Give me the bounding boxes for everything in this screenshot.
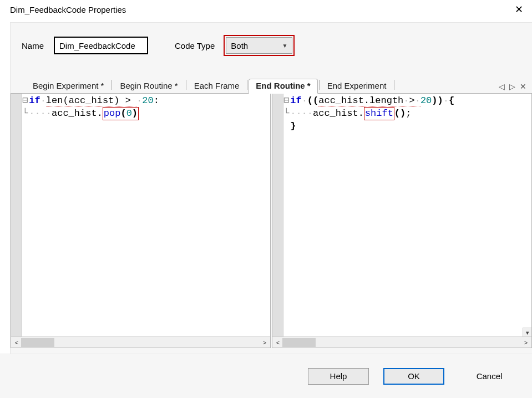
name-input[interactable]	[54, 37, 148, 54]
js-gutter	[272, 94, 283, 336]
scroll-left-icon[interactable]: <	[12, 339, 21, 346]
js-scroll-down-icon[interactable]: ▾	[523, 328, 531, 336]
help-button[interactable]: Help	[308, 368, 369, 385]
scroll-right-icon[interactable]: >	[521, 339, 530, 346]
python-gutter	[11, 94, 22, 336]
tab-next-icon[interactable]: ▷	[509, 82, 515, 91]
tab-nav-controls: ◁ ▷ ✕	[499, 82, 526, 91]
scroll-right-icon[interactable]: >	[260, 339, 269, 346]
codetype-highlight-box: Both ▼	[224, 35, 295, 56]
python-hscrollbar[interactable]: < >	[11, 336, 270, 348]
tab-close-icon[interactable]: ✕	[520, 82, 526, 91]
tab-separator	[319, 80, 320, 90]
codetype-label: Code Type	[175, 41, 215, 50]
scroll-left-icon[interactable]: <	[273, 339, 282, 346]
tab-row: Begin Experiment * Begin Routine * Each …	[11, 78, 532, 94]
code-area: ⊟if·len(acc_hist) > ·20: └····acc_hist.p…	[11, 94, 532, 348]
scroll-track[interactable]	[21, 338, 260, 347]
tab-separator	[247, 80, 247, 90]
codetype-wrap: Code Type Both ▼	[175, 35, 295, 56]
tab-begin-experiment[interactable]: Begin Experiment *	[26, 79, 110, 93]
python-code-pane: ⊟if·len(acc_hist) > ·20: └····acc_hist.p…	[11, 94, 271, 348]
codetype-value: Both	[231, 41, 248, 50]
dialog-footer: Help OK Cancel	[0, 354, 532, 398]
titlebar: Dim_FeedbackCode Properties ✕	[0, 0, 532, 21]
tab-separator	[394, 80, 394, 90]
tab-begin-routine[interactable]: Begin Routine *	[113, 79, 184, 93]
tab-end-routine[interactable]: End Routine *	[249, 79, 317, 94]
tab-each-frame[interactable]: Each Frame	[188, 79, 246, 93]
python-code-editor[interactable]: ⊟if·len(acc_hist) > ·20: └····acc_hist.p…	[22, 94, 270, 336]
window-title: Dim_FeedbackCode Properties	[10, 5, 126, 14]
scroll-thumb[interactable]	[282, 338, 316, 347]
scroll-track[interactable]	[282, 338, 521, 347]
name-label: Name	[22, 41, 44, 50]
tab-separator	[112, 80, 112, 90]
js-hscrollbar[interactable]: < >	[272, 336, 531, 348]
tab-prev-icon[interactable]: ◁	[499, 82, 505, 91]
codetype-dropdown[interactable]: Both ▼	[226, 37, 292, 54]
tab-separator	[186, 80, 186, 90]
main-panel: Name Code Type Both ▼ Begin Experiment *…	[10, 22, 532, 354]
header-row: Name Code Type Both ▼	[11, 35, 532, 56]
js-code-editor[interactable]: ⊟if·((acc_hist.length·>·20))·{ └····acc_…	[283, 94, 531, 336]
tab-end-experiment[interactable]: End Experiment	[321, 79, 393, 93]
python-code-body: ⊟if·len(acc_hist) > ·20: └····acc_hist.p…	[11, 94, 270, 336]
scroll-thumb[interactable]	[21, 338, 54, 347]
js-code-pane: ⊟if·((acc_hist.length·>·20))·{ └····acc_…	[272, 94, 532, 348]
cancel-button[interactable]: Cancel	[459, 368, 520, 385]
chevron-down-icon: ▼	[282, 43, 287, 49]
close-icon[interactable]: ✕	[511, 3, 526, 16]
js-code-body: ⊟if·((acc_hist.length·>·20))·{ └····acc_…	[272, 94, 531, 336]
ok-button[interactable]: OK	[383, 368, 444, 385]
dialog-window: Dim_FeedbackCode Properties ✕ Name Code …	[0, 0, 532, 398]
